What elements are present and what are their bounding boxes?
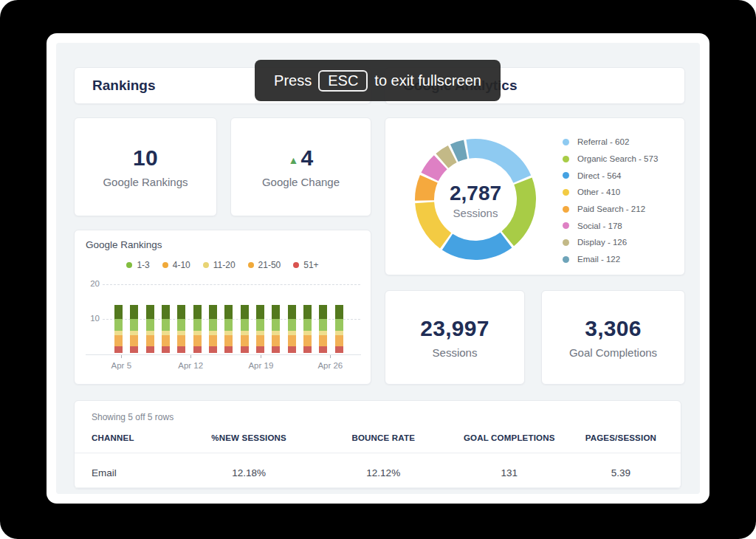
- sessions-label: Sessions: [433, 346, 478, 359]
- bar-segment-1-3: [114, 305, 123, 319]
- bar-segment-21-50: [224, 335, 233, 346]
- goal-completions-stat-card: 3,306 Goal Completions: [541, 290, 685, 385]
- bar-segment-51-: [177, 346, 185, 353]
- bar-segment-51-: [272, 346, 280, 353]
- sessions-donut-card: 2,787 Sessions Referral - 602Organic Sea…: [385, 117, 685, 275]
- table-showing-text: Showing 5 off 5 rows: [92, 412, 173, 422]
- x-axis-tick-label: Apr 19: [248, 361, 273, 370]
- bar-segment-51-: [193, 346, 202, 353]
- stacked-bar[interactable]: [177, 305, 185, 352]
- bar-segment-1-3: [335, 305, 343, 319]
- bar-segment-1-3: [272, 305, 280, 319]
- bar-segment-11-20: [193, 331, 202, 336]
- donut-legend-item-referral[interactable]: Referral - 602: [563, 134, 658, 151]
- bar-segment-21-50: [130, 335, 138, 346]
- stacked-bar[interactable]: [319, 305, 327, 352]
- donut-segment-organic-search[interactable]: [502, 178, 536, 247]
- bar-segment-11-20: [224, 331, 233, 336]
- legend-dot-icon: [563, 256, 569, 263]
- bar-segment-11-20: [146, 331, 154, 336]
- table-cell: Email: [92, 467, 172, 478]
- legend-dot-icon: [563, 206, 569, 213]
- bar-segment-4-10: [256, 319, 264, 330]
- bar-segment-1-3: [319, 305, 327, 319]
- donut-segment-other[interactable]: [415, 202, 451, 249]
- bar-segment-51-: [241, 346, 249, 353]
- donut-legend-item-other[interactable]: Other - 410: [563, 184, 658, 201]
- donut-legend-item-display[interactable]: Display - 126: [563, 234, 658, 251]
- bar-segment-51-: [209, 346, 217, 353]
- y-axis-tick-label: 20: [80, 279, 100, 288]
- google-rankings-stat-card: 10 Google Rankings: [74, 117, 217, 216]
- stacked-bar[interactable]: [288, 305, 296, 352]
- x-axis-tickmark: [190, 355, 191, 358]
- stacked-bar[interactable]: [146, 305, 154, 352]
- donut-legend-item-email[interactable]: Email - 122: [563, 251, 658, 268]
- stacked-bar[interactable]: [193, 305, 202, 352]
- legend-dot-icon: [563, 189, 569, 196]
- up-triangle-icon: ▲: [288, 154, 298, 166]
- bar-segment-1-3: [256, 305, 264, 319]
- stacked-bar[interactable]: [303, 305, 312, 352]
- stacked-bar[interactable]: [256, 305, 264, 352]
- bar-segment-21-50: [335, 335, 343, 346]
- legend-dot-icon: [563, 239, 569, 246]
- google-rankings-label: Google Rankings: [103, 176, 188, 188]
- bar-segment-1-3: [288, 305, 296, 319]
- legend-dot-icon: [563, 172, 569, 179]
- stacked-bar[interactable]: [335, 305, 343, 352]
- donut-legend-label: Paid Search - 212: [577, 205, 645, 213]
- donut-legend-label: Direct - 564: [577, 171, 621, 180]
- stacked-bar[interactable]: [209, 305, 217, 352]
- bar-segment-1-3: [177, 305, 185, 319]
- channels-table-card: Showing 5 off 5 rows CHANNEL%NEW SESSION…: [74, 400, 681, 489]
- bar-segment-11-20: [272, 331, 280, 336]
- table-column-header-channel: CHANNEL: [92, 433, 172, 442]
- goal-completions-value: 3,306: [585, 316, 642, 341]
- donut-segment-referral[interactable]: [466, 139, 531, 183]
- donut-legend-label: Email - 122: [577, 255, 620, 264]
- bar-segment-4-10: [146, 319, 154, 330]
- google-change-label: Google Change: [262, 176, 340, 188]
- stacked-bar[interactable]: [272, 305, 280, 352]
- donut-legend-label: Social - 178: [577, 222, 622, 230]
- bar-segment-11-20: [209, 331, 217, 336]
- stacked-bar[interactable]: [130, 305, 138, 352]
- screenshot-canvas: Rankings Google Analytics 10 Google Rank…: [0, 0, 756, 539]
- bar-segment-51-: [335, 346, 343, 353]
- sessions-stat-card: 23,997 Sessions: [385, 290, 525, 385]
- bar-segment-4-10: [209, 319, 217, 330]
- table-row: Email12.18%12.12%1315.39: [92, 459, 664, 487]
- table-header-divider: [75, 453, 681, 453]
- bar-segment-21-50: [177, 335, 185, 346]
- legend-dot-icon: [563, 222, 569, 229]
- donut-legend-label: Other - 410: [577, 188, 620, 196]
- bar-segment-21-50: [272, 335, 280, 346]
- donut-legend-item-direct[interactable]: Direct - 564: [563, 167, 658, 184]
- bar-segment-11-20: [241, 331, 249, 336]
- google-change-stat-card: ▲4 Google Change: [230, 117, 371, 216]
- bar-segment-21-50: [319, 335, 327, 346]
- x-axis-tick-label: Apr 26: [317, 361, 343, 370]
- table-column-header-bounce-rate: BOUNCE RATE: [326, 433, 441, 442]
- legend-dot-icon: [563, 139, 569, 145]
- x-axis-tickmark: [121, 355, 122, 358]
- bar-segment-1-3: [303, 305, 312, 319]
- donut-legend-item-organic-search[interactable]: Organic Search - 573: [563, 151, 658, 168]
- fullscreen-toast: Press ESC to exit fullscreen: [255, 60, 501, 101]
- donut-legend-label: Referral - 602: [577, 137, 629, 146]
- stacked-bar[interactable]: [114, 305, 123, 352]
- stacked-bar[interactable]: [162, 305, 170, 352]
- stacked-bar[interactable]: [241, 305, 249, 352]
- x-axis-tick-label: Apr 5: [111, 361, 132, 370]
- legend-dot-icon: [563, 156, 569, 162]
- bar-segment-21-50: [288, 335, 296, 346]
- donut-segment-direct[interactable]: [442, 233, 512, 260]
- bar-segment-51-: [130, 346, 138, 353]
- bar-segment-4-10: [193, 319, 202, 330]
- donut-chart: [402, 126, 549, 273]
- stacked-bar[interactable]: [224, 305, 233, 352]
- donut-legend-item-paid-search[interactable]: Paid Search - 212: [563, 201, 658, 218]
- donut-legend-item-social[interactable]: Social - 178: [563, 217, 658, 234]
- bar-segment-51-: [114, 346, 123, 353]
